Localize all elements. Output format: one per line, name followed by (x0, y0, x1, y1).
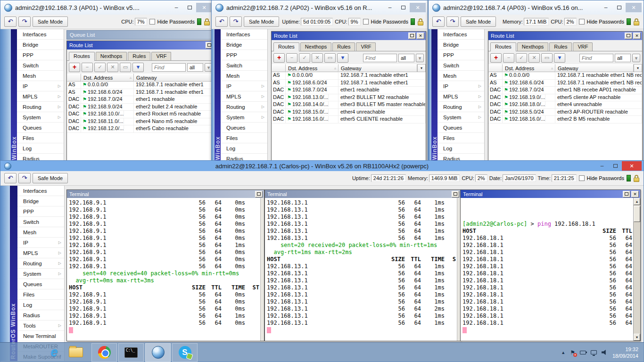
show-hidden-icons-button[interactable]: ▲ (561, 350, 565, 355)
restore-button[interactable] (452, 191, 459, 197)
safe-mode-button[interactable]: Safe Mode (33, 173, 68, 183)
sidebar-item-mesh[interactable]: Mesh (221, 71, 267, 81)
safe-mode-button[interactable]: Safe Mode (33, 16, 68, 27)
sidebar-item-mesh[interactable]: Mesh (17, 227, 64, 238)
maximize-button[interactable] (609, 161, 622, 171)
column-dst-address[interactable]: Dst. Address▵ (503, 64, 555, 72)
sidebar-item-bridge[interactable]: Bridge (17, 196, 64, 206)
filter-button[interactable]: ▼ (132, 63, 144, 72)
sidebar-item-ip[interactable]: IP▷ (221, 81, 267, 91)
filter-scope-dropdown-button[interactable]: ▾ (416, 54, 424, 62)
route-row[interactable]: DAC⚑192.168.14.0/...ether3 BULLET M5 mas… (272, 101, 426, 109)
minimize-button[interactable]: – (170, 3, 183, 12)
tab-routes[interactable]: Routes (273, 42, 299, 51)
close-button[interactable]: ✕ (196, 3, 212, 12)
find-input[interactable] (363, 54, 397, 62)
sidebar-item-mesh[interactable]: Mesh (438, 71, 484, 81)
tab-vrf[interactable]: VRF (356, 42, 376, 51)
filter-scope-select[interactable]: all (615, 54, 631, 62)
sidebar-item-routing[interactable]: Routing▷ (17, 258, 64, 269)
taskbar-skype-button[interactable]: S (172, 343, 198, 362)
sidebar-item-system[interactable]: System▷ (221, 112, 267, 123)
tab-rules[interactable]: Rules (332, 42, 355, 51)
hide-passwords-checkbox[interactable] (363, 19, 369, 25)
terminal-title-bar[interactable]: Terminal (265, 190, 461, 198)
route-row[interactable]: DAC⚑192.168.7.0/24ether1 reachable (272, 87, 426, 94)
scroll-up-button[interactable]: ▲ (634, 198, 640, 205)
volume-icon[interactable] (602, 350, 608, 355)
route-row[interactable]: AS⚑192.168.6.0/24192.168.7.1 reachable e… (67, 89, 214, 97)
column-dst-address[interactable]: Dst. Address▵ (81, 74, 134, 82)
taskbar-chrome-button[interactable] (91, 343, 117, 362)
column-gateway[interactable]: Gateway (134, 74, 214, 82)
sidebar-item-ppp[interactable]: PPP (221, 50, 267, 60)
close-window-button[interactable]: ✕ (631, 191, 639, 197)
restore-button[interactable] (623, 191, 630, 197)
scroll-thumb[interactable] (634, 206, 640, 222)
sidebar-item-mpls[interactable]: MPLS▷ (17, 91, 64, 102)
maximize-button[interactable] (612, 3, 626, 12)
undo-button[interactable]: ↶ (4, 173, 17, 183)
restore-button[interactable] (255, 191, 263, 197)
route-row[interactable]: DAC⚑192.168.5.0/24ether3 AP-ROUTER reach… (488, 109, 642, 116)
hide-passwords-checkbox[interactable] (579, 175, 585, 181)
sidebar-item-queues[interactable]: Queues (438, 123, 484, 133)
terminal-title-bar[interactable]: Terminal ✕ (461, 190, 640, 198)
tab-nexthops[interactable]: Nexthops (517, 42, 548, 51)
route-row[interactable]: DAC⚑192.168.7.0/24ether1 NB recebe AP01 … (488, 87, 642, 94)
restore-button[interactable] (408, 33, 416, 39)
sidebar-item-system[interactable]: System▷ (17, 269, 64, 279)
route-row[interactable]: DAC⚑192.168.11.0/...ether4 Nano m5 reach… (67, 118, 214, 126)
sidebar-item-files[interactable]: Files (17, 289, 64, 300)
column-gateway[interactable]: Gateway (555, 64, 634, 72)
sidebar-item-interfaces[interactable]: Interfaces (17, 186, 64, 196)
sidebar-item-switch[interactable]: Switch (17, 217, 64, 227)
add-route-button[interactable]: + (69, 63, 80, 72)
column-gateway[interactable]: Gateway (339, 64, 417, 72)
route-row[interactable]: DAC⚑192.168.19.0/...ether5 cliente AP re… (488, 94, 642, 102)
route-row[interactable]: DAC⚑192.168.12.0/...ether5 Cabo reachabl… (67, 125, 214, 133)
sidebar-item-bridge[interactable]: Bridge (17, 40, 64, 50)
taskbar-winbox-button[interactable] (145, 343, 171, 362)
terminal-scrollbar[interactable] (260, 198, 264, 341)
action-center-icon[interactable]: ⚑ (570, 349, 575, 356)
route-row[interactable]: DAC⚑192.168.16.0/...ether5 CLIENTE reach… (272, 116, 426, 123)
add-route-button[interactable]: + (490, 53, 502, 63)
disable-route-button[interactable]: ✕ (107, 63, 118, 72)
route-row[interactable]: DAC⚑192.168.18.0/...ether4 unreachable (488, 101, 642, 109)
sidebar-item-ip[interactable]: IP▷ (17, 238, 64, 248)
hide-passwords-checkbox[interactable] (149, 19, 155, 25)
route-row[interactable]: AS⚑192.168.6.0/24192.168.7.1 reachable e… (488, 80, 642, 87)
hide-passwords-checkbox[interactable] (579, 19, 585, 25)
title-bar[interactable]: admin22@192.168.7.4 (AP03) - WinBox v5.1… (429, 0, 644, 15)
route-row[interactable]: DAC⚑192.168.16.0/...ether2 B M5 reachabl… (488, 116, 642, 123)
enable-route-button[interactable]: ✓ (94, 63, 106, 72)
sidebar-item-new-terminal[interactable]: New Terminal (17, 331, 64, 341)
route-row[interactable]: DAC⚑192.168.9.0/24ether2 bullet 2.4 reac… (67, 104, 214, 111)
sidebar-item-routing[interactable]: Routing▷ (17, 102, 64, 112)
undo-button[interactable]: ↶ (215, 16, 228, 27)
sidebar-item-interfaces[interactable]: Interfaces (17, 29, 64, 40)
redo-button[interactable]: ↷ (230, 16, 242, 27)
taskbar-clock[interactable]: 19:32 18/09/2014 (612, 346, 638, 359)
tab-vrf[interactable]: VRF (573, 42, 593, 51)
sidebar-item-interfaces[interactable]: Interfaces (438, 29, 484, 40)
route-row[interactable]: DAC⚑192.168.7.0/24ether1 reachable (67, 96, 214, 104)
route-row[interactable]: AS⚑0.0.0.0/0192.168.7.1 reachable ether1 (272, 72, 426, 80)
close-button[interactable]: ✕ (626, 3, 642, 12)
safe-mode-button[interactable]: Safe Mode (461, 16, 496, 27)
sidebar-item-log[interactable]: Log (438, 143, 484, 154)
title-bar[interactable]: admin22@192.168.7.3 (AP01) - WinBox v5..… (0, 0, 214, 15)
scroll-down-button[interactable]: ▼ (634, 334, 640, 341)
enable-route-button[interactable]: ✓ (299, 53, 310, 63)
terminal-scrollbar[interactable]: ▲ ▼ (633, 198, 640, 341)
column-flags[interactable] (272, 64, 286, 72)
route-row[interactable]: AS⚑192.168.6.0/24192.168.7.1 reachable e… (272, 80, 426, 87)
taskbar-command-prompt-button[interactable]: C:\_ (118, 343, 144, 362)
sidebar-item-switch[interactable]: Switch (438, 60, 484, 71)
find-input[interactable] (152, 63, 186, 72)
close-button[interactable]: ✕ (622, 161, 642, 171)
filter-scope-dropdown-button[interactable]: ▾ (632, 54, 640, 62)
minimize-button[interactable]: – (383, 3, 396, 12)
sidebar-item-routing[interactable]: Routing▷ (221, 102, 267, 112)
